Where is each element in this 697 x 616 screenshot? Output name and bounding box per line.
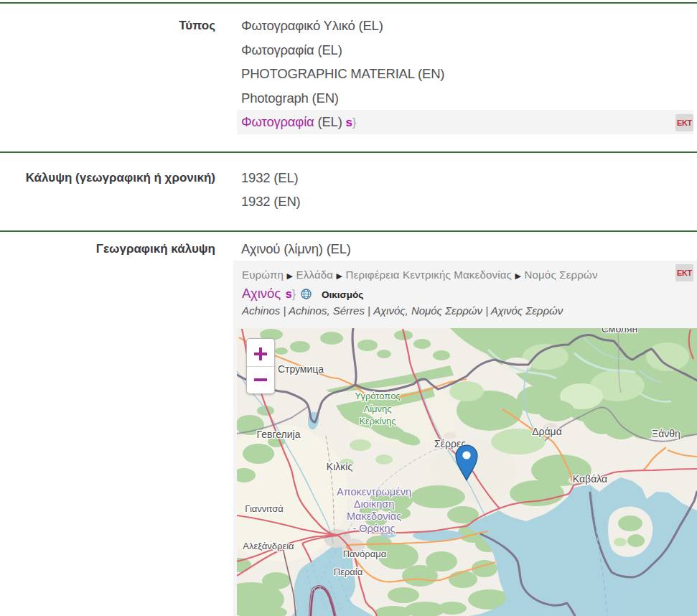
svg-text:- Θράκης: - Θράκης <box>352 523 395 534</box>
svg-text:Δράμα: Δράμα <box>532 426 562 437</box>
svg-text:Ξάνθη: Ξάνθη <box>652 428 680 439</box>
svg-text:Καβάλα: Καβάλα <box>573 473 607 485</box>
svg-text:Κιλκίς: Κιλκίς <box>327 461 353 472</box>
svg-text:Αποκεντρωμένη: Αποκεντρωμένη <box>337 486 411 498</box>
svg-text:Γιαννιτσά: Γιαννιτσά <box>245 503 284 514</box>
svg-text:Струмица: Струмица <box>278 363 324 375</box>
svg-text:Μακεδονίας: Μακεδονίας <box>347 510 401 522</box>
svg-text:Περαία: Περαία <box>334 566 363 577</box>
svg-text:Πανόραμα: Πανόραμα <box>343 549 387 559</box>
svg-text:Гевгелија: Гевгелија <box>257 429 301 440</box>
svg-text:Αλεξάνδρεια: Αλεξάνδρεια <box>243 541 294 551</box>
svg-text:Διοίκηση: Διοίκηση <box>354 498 395 510</box>
svg-text:Смолян: Смолян <box>602 328 638 335</box>
svg-text:Υγρότοπος: Υγρότοπος <box>355 391 400 401</box>
svg-text:Λίμνης: Λίμνης <box>363 403 391 414</box>
svg-text:Κερκίνης: Κερκίνης <box>359 416 396 426</box>
